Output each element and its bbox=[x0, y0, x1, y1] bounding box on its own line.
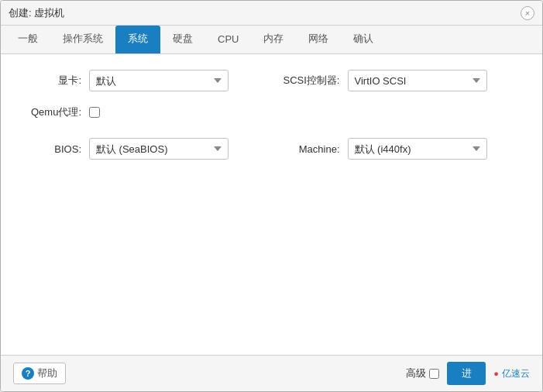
main-window: 创建: 虚拟机 × 一般 操作系统 系统 硬盘 CPU 内存 网络 确认 显卡:… bbox=[0, 0, 543, 392]
tab-general[interactable]: 一般 bbox=[5, 26, 50, 53]
bios-label: BIOS: bbox=[19, 143, 89, 155]
row-qemu: Qemu代理: bbox=[19, 105, 524, 119]
bottom-bar: ? 帮助 高级 进 ● 亿速云 bbox=[1, 355, 542, 391]
watermark-icon: ● bbox=[493, 369, 499, 378]
machine-cell: Machine: 默认 (i440fx) bbox=[266, 138, 524, 160]
tab-disk[interactable]: 硬盘 bbox=[160, 26, 205, 53]
tab-network[interactable]: 网络 bbox=[296, 26, 341, 53]
close-button[interactable]: × bbox=[521, 6, 534, 20]
qemu-cell: Qemu代理: bbox=[19, 105, 272, 119]
machine-select[interactable]: 默认 (i440fx) bbox=[348, 138, 487, 160]
tab-memory[interactable]: 内存 bbox=[251, 26, 296, 53]
advanced-label: 高级 bbox=[406, 366, 426, 380]
scsi-select[interactable]: VirtIO SCSI bbox=[348, 70, 487, 91]
advanced-checkbox[interactable] bbox=[429, 369, 439, 379]
help-icon: ? bbox=[22, 367, 34, 380]
help-button[interactable]: ? 帮助 bbox=[13, 363, 66, 384]
title-bar: 创建: 虚拟机 × bbox=[1, 1, 542, 26]
row-display-scsi: 显卡: 默认 SCSI控制器: VirtIO SCSI bbox=[19, 70, 524, 91]
bios-select[interactable]: 默认 (SeaBIOS) bbox=[89, 138, 229, 160]
display-label: 显卡: bbox=[19, 74, 89, 88]
row-bios-machine: BIOS: 默认 (SeaBIOS) Machine: 默认 (i440fx) bbox=[19, 138, 524, 160]
tab-cpu[interactable]: CPU bbox=[205, 26, 251, 53]
machine-label: Machine: bbox=[278, 143, 348, 155]
next-button[interactable]: 进 bbox=[447, 362, 486, 385]
watermark-text: 亿速云 bbox=[502, 367, 530, 380]
qemu-label: Qemu代理: bbox=[19, 105, 89, 119]
bottom-right: 高级 进 ● 亿速云 bbox=[406, 362, 530, 385]
tab-os[interactable]: 操作系统 bbox=[50, 26, 115, 53]
watermark: ● 亿速云 bbox=[493, 367, 530, 380]
help-label: 帮助 bbox=[37, 366, 57, 380]
display-cell: 显卡: 默认 bbox=[19, 70, 266, 91]
tab-confirm[interactable]: 确认 bbox=[341, 26, 386, 53]
tab-bar: 一般 操作系统 系统 硬盘 CPU 内存 网络 确认 bbox=[1, 26, 542, 54]
display-select[interactable]: 默认 bbox=[89, 70, 229, 91]
bios-cell: BIOS: 默认 (SeaBIOS) bbox=[19, 138, 266, 160]
scsi-label: SCSI控制器: bbox=[278, 74, 348, 88]
window-title: 创建: 虚拟机 bbox=[9, 6, 64, 20]
scsi-cell: SCSI控制器: VirtIO SCSI bbox=[266, 70, 524, 91]
content-area: 显卡: 默认 SCSI控制器: VirtIO SCSI Qemu代理: bbox=[1, 54, 542, 355]
qemu-checkbox[interactable] bbox=[89, 107, 100, 118]
tab-system[interactable]: 系统 bbox=[115, 26, 160, 53]
advanced-check-group: 高级 bbox=[406, 366, 439, 380]
